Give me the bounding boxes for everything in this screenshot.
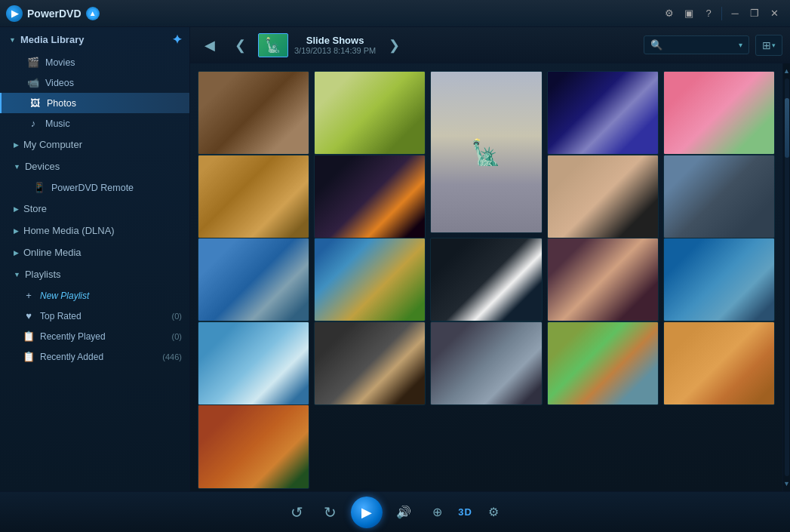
- my-computer-arrow: ▶: [14, 141, 19, 149]
- next-button[interactable]: ❯: [382, 33, 406, 57]
- app-title: PowerDVD: [27, 8, 81, 20]
- search-icon: 🔍: [650, 39, 662, 51]
- help-btn[interactable]: ?: [699, 5, 718, 22]
- photo-grid: 🗽: [190, 63, 782, 491]
- my-computer-label: My Computer: [23, 139, 82, 150]
- back-button[interactable]: ◀: [198, 33, 222, 57]
- media-library-arrow: ▼: [9, 36, 16, 44]
- photo-item-statue[interactable]: 🗽: [430, 71, 542, 233]
- videos-icon: 📹: [27, 77, 39, 88]
- forward-button[interactable]: ↻: [318, 500, 342, 524]
- sidebar-item-photos[interactable]: 🖼 Photos: [0, 93, 189, 113]
- photo-item-forest[interactable]: [663, 155, 775, 238]
- sidebar-item-recently-played[interactable]: 📋 Recently Played (0): [0, 326, 189, 346]
- photo-item-woman[interactable]: [547, 155, 659, 238]
- movies-label: Movies: [45, 57, 75, 68]
- close-btn[interactable]: ✕: [764, 5, 784, 22]
- titlebar: ▶ PowerDVD ▲ ⚙ ▣ ? ─ ❐ ✕: [0, 0, 790, 27]
- home-media-label: Home Media (DLNA): [23, 225, 115, 236]
- scrollbar[interactable]: ▲ ▼: [782, 63, 790, 491]
- photo-item-lightning[interactable]: [547, 71, 659, 155]
- prev-button[interactable]: ❮: [228, 33, 252, 57]
- sidebar-home-media[interactable]: ▶ Home Media (DLNA): [0, 220, 189, 241]
- slideshow-date: 3/19/2013 8:14:39 PM: [294, 46, 376, 55]
- sidebar-devices[interactable]: ▼ Devices: [0, 155, 189, 177]
- recently-played-icon: 📋: [23, 331, 35, 342]
- search-chevron-icon[interactable]: ▾: [739, 41, 742, 49]
- bottom-settings-button[interactable]: ⚙: [481, 500, 506, 524]
- photo-item-goose[interactable]: [430, 238, 542, 321]
- photo-item-snowmountain[interactable]: [198, 321, 309, 405]
- photo-item-desert[interactable]: [663, 321, 775, 405]
- content-area: ◀ ❮ 🗽 Slide Shows 3/19/2013 8:14:39 PM ❯…: [190, 27, 790, 491]
- store-label: Store: [23, 203, 47, 214]
- photo-item-car[interactable]: [547, 321, 659, 405]
- sidebar-item-new-playlist[interactable]: + New Playlist: [0, 285, 189, 306]
- sidebar-item-movies[interactable]: 🎬 Movies: [0, 52, 189, 72]
- sidebar-my-computer[interactable]: ▶ My Computer: [0, 134, 189, 155]
- music-icon: ♪: [27, 118, 39, 129]
- scroll-thumb[interactable]: [785, 98, 789, 158]
- media-library-spin-icon: ✦: [172, 32, 182, 47]
- volume-button[interactable]: 🔊: [392, 500, 416, 524]
- top-rated-count: (0): [172, 312, 182, 321]
- app-logo: ▶: [6, 5, 23, 22]
- grid-area: 🗽: [190, 63, 790, 491]
- online-media-label: Online Media: [23, 247, 81, 258]
- music-label: Music: [45, 118, 70, 129]
- photo-item-lake[interactable]: [663, 238, 775, 321]
- restore-btn[interactable]: ❐: [745, 5, 764, 22]
- sidebar-item-music[interactable]: ♪ Music: [0, 113, 189, 134]
- play-button[interactable]: ▶: [351, 497, 383, 528]
- playlists-arrow: ▼: [14, 271, 20, 278]
- settings-titlebar-btn[interactable]: ⚙: [659, 5, 679, 22]
- sidebar-online-media[interactable]: ▶ Online Media: [0, 241, 189, 263]
- new-playlist-icon: +: [23, 290, 35, 301]
- remote-icon: 📱: [33, 182, 45, 193]
- scroll-up-arrow[interactable]: ▲: [783, 65, 791, 77]
- scroll-track[interactable]: [785, 78, 789, 476]
- photo-item-city[interactable]: [430, 321, 542, 405]
- photo-item-autumn[interactable]: [198, 404, 309, 488]
- slideshow-info: 🗽 Slide Shows 3/19/2013 8:14:39 PM: [258, 33, 376, 57]
- sidebar-store[interactable]: ▶ Store: [0, 198, 189, 220]
- media-library-label: Media Library: [20, 34, 85, 45]
- photos-icon: 🖼: [29, 97, 41, 109]
- view-toggle-button[interactable]: ⊞ ▾: [755, 35, 782, 56]
- movies-icon: 🎬: [27, 57, 39, 68]
- scroll-down-arrow[interactable]: ▼: [783, 478, 791, 490]
- photo-item-bike[interactable]: [314, 71, 426, 155]
- sidebar-item-videos[interactable]: 📹 Videos: [0, 72, 189, 93]
- minimize-btn[interactable]: ─: [725, 5, 745, 22]
- search-bar: 🔍 ▾: [644, 35, 749, 54]
- slideshow-title: Slide Shows: [294, 35, 376, 46]
- slideshow-text: Slide Shows 3/19/2013 8:14:39 PM: [294, 35, 376, 55]
- photo-item-field[interactable]: [314, 238, 426, 321]
- sidebar-section-media-library[interactable]: ▼ Media Library ✦: [0, 27, 189, 52]
- sidebar-item-powerdvd-remote[interactable]: 📱 PowerDVD Remote: [0, 177, 189, 198]
- recently-added-label: Recently Added: [40, 352, 162, 362]
- recently-added-count: (446): [162, 352, 182, 361]
- photo-item-lion[interactable]: [198, 155, 309, 238]
- 3d-label[interactable]: 3D: [458, 506, 472, 518]
- sidebar-playlists[interactable]: ▼ Playlists: [0, 263, 189, 285]
- upgrade-icon[interactable]: ▲: [86, 7, 100, 20]
- home-media-arrow: ▶: [14, 227, 19, 235]
- sidebar-item-top-rated[interactable]: ♥ Top Rated (0): [0, 306, 189, 326]
- top-rated-icon: ♥: [23, 310, 35, 321]
- photo-item-snail[interactable]: [198, 71, 309, 155]
- bottombar-wrap: ↺ ↻ ▶ 🔊 ⊕ 3D ⚙ ⇱ ▣: [9, 492, 781, 533]
- zoom-button[interactable]: ⊕: [425, 500, 449, 524]
- search-input[interactable]: [666, 40, 737, 51]
- photo-item-bridge[interactable]: [314, 155, 426, 238]
- sidebar: ▼ Media Library ✦ 🎬 Movies 📹 Videos 🖼 Ph…: [0, 27, 190, 491]
- photo-item-man[interactable]: [314, 321, 426, 405]
- photo-item-flower[interactable]: [663, 71, 775, 155]
- display-btn[interactable]: ▣: [679, 5, 699, 22]
- recently-played-count: (0): [172, 332, 182, 341]
- sidebar-item-recently-added[interactable]: 📋 Recently Added (446): [0, 346, 189, 367]
- rewind-button[interactable]: ↺: [284, 500, 309, 524]
- photo-item-couple[interactable]: [547, 238, 659, 321]
- bottombar: ↺ ↻ ▶ 🔊 ⊕ 3D ⚙ ⇱ ▣: [0, 491, 790, 532]
- photo-item-mountains[interactable]: [198, 238, 309, 321]
